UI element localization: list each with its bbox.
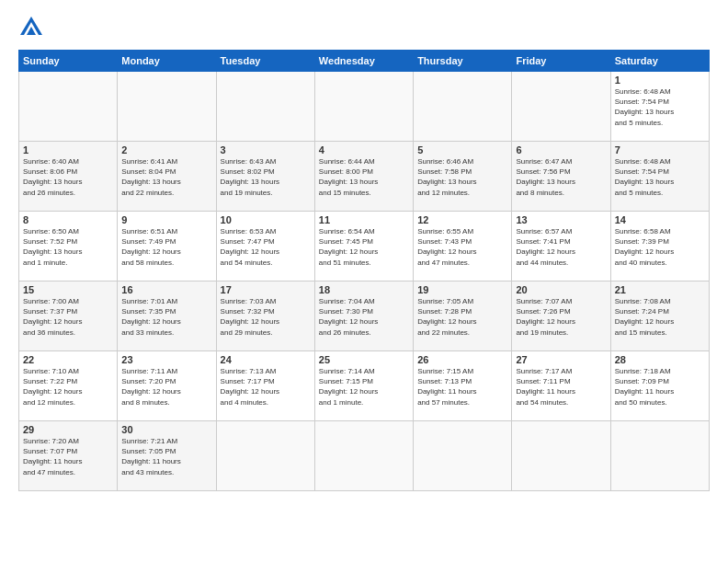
day-info: Sunrise: 7:04 AMSunset: 7:30 PMDaylight:… — [319, 296, 409, 338]
calendar-cell — [216, 421, 314, 491]
header-saturday: Saturday — [610, 51, 709, 72]
calendar-week-1: 1Sunrise: 6:40 AMSunset: 8:06 PMDaylight… — [19, 142, 710, 212]
day-number: 13 — [516, 214, 606, 225]
calendar-table: SundayMondayTuesdayWednesdayThursdayFrid… — [18, 50, 710, 491]
day-number: 24 — [221, 354, 311, 365]
day-number: 5 — [417, 144, 507, 155]
calendar-cell: 1Sunrise: 6:48 AMSunset: 7:54 PMDaylight… — [610, 72, 709, 142]
calendar-cell: 27Sunrise: 7:17 AMSunset: 7:11 PMDayligh… — [512, 351, 610, 421]
calendar-cell: 7Sunrise: 6:48 AMSunset: 7:54 PMDaylight… — [610, 142, 709, 212]
day-number: 12 — [417, 214, 507, 225]
calendar-cell: 2Sunrise: 6:41 AMSunset: 8:04 PMDaylight… — [118, 142, 216, 212]
header — [18, 15, 710, 40]
day-info: Sunrise: 7:07 AMSunset: 7:26 PMDaylight:… — [516, 296, 606, 338]
day-number: 14 — [615, 214, 705, 225]
calendar-cell: 4Sunrise: 6:44 AMSunset: 8:00 PMDaylight… — [314, 142, 413, 212]
header-thursday: Thursday — [414, 51, 512, 72]
day-info: Sunrise: 7:18 AMSunset: 7:09 PMDaylight:… — [615, 366, 705, 408]
calendar-cell: 13Sunrise: 6:57 AMSunset: 7:41 PMDayligh… — [512, 212, 610, 282]
calendar-cell — [610, 421, 709, 491]
day-number: 6 — [516, 144, 606, 155]
day-info: Sunrise: 6:58 AMSunset: 7:39 PMDaylight:… — [615, 226, 705, 268]
day-info: Sunrise: 7:13 AMSunset: 7:17 PMDaylight:… — [221, 366, 311, 408]
day-number: 30 — [121, 424, 211, 435]
calendar-cell: 1Sunrise: 6:40 AMSunset: 8:06 PMDaylight… — [19, 142, 118, 212]
logo-icon — [18, 15, 44, 40]
calendar-cell — [512, 421, 610, 491]
day-info: Sunrise: 7:11 AMSunset: 7:20 PMDaylight:… — [121, 366, 211, 408]
calendar-cell: 30Sunrise: 7:21 AMSunset: 7:05 PMDayligh… — [118, 421, 216, 491]
calendar-cell: 21Sunrise: 7:08 AMSunset: 7:24 PMDayligh… — [610, 282, 709, 351]
day-number: 15 — [23, 284, 113, 295]
day-info: Sunrise: 6:55 AMSunset: 7:43 PMDaylight:… — [417, 226, 507, 268]
calendar-cell — [314, 72, 413, 142]
day-number: 23 — [121, 354, 211, 365]
header-monday: Monday — [118, 51, 216, 72]
header-wednesday: Wednesday — [314, 51, 413, 72]
calendar-cell: 25Sunrise: 7:14 AMSunset: 7:15 PMDayligh… — [314, 351, 413, 421]
day-number: 2 — [121, 144, 211, 155]
day-number: 25 — [319, 354, 409, 365]
day-number: 9 — [121, 214, 211, 225]
calendar-cell: 15Sunrise: 7:00 AMSunset: 7:37 PMDayligh… — [19, 282, 118, 351]
day-number: 4 — [319, 144, 409, 155]
day-info: Sunrise: 7:20 AMSunset: 7:07 PMDaylight:… — [23, 436, 113, 477]
day-number: 18 — [319, 284, 409, 295]
calendar-header: SundayMondayTuesdayWednesdayThursdayFrid… — [19, 51, 710, 72]
day-number: 29 — [23, 424, 113, 435]
day-info: Sunrise: 6:48 AMSunset: 7:54 PMDaylight:… — [615, 156, 705, 198]
day-number: 10 — [221, 214, 311, 225]
day-info: Sunrise: 6:44 AMSunset: 8:00 PMDaylight:… — [319, 156, 409, 198]
day-number: 1 — [615, 75, 705, 86]
calendar-cell: 14Sunrise: 6:58 AMSunset: 7:39 PMDayligh… — [610, 212, 709, 282]
calendar-cell: 23Sunrise: 7:11 AMSunset: 7:20 PMDayligh… — [118, 351, 216, 421]
day-info: Sunrise: 7:17 AMSunset: 7:11 PMDaylight:… — [516, 366, 606, 408]
day-info: Sunrise: 7:05 AMSunset: 7:28 PMDaylight:… — [417, 296, 507, 338]
day-number: 28 — [615, 354, 705, 365]
day-number: 7 — [615, 144, 705, 155]
calendar-week-5: 29Sunrise: 7:20 AMSunset: 7:07 PMDayligh… — [19, 421, 710, 491]
day-number: 20 — [516, 284, 606, 295]
day-number: 22 — [23, 354, 113, 365]
calendar-cell: 22Sunrise: 7:10 AMSunset: 7:22 PMDayligh… — [19, 351, 118, 421]
calendar-cell: 18Sunrise: 7:04 AMSunset: 7:30 PMDayligh… — [314, 282, 413, 351]
header-sunday: Sunday — [19, 51, 118, 72]
calendar-cell — [414, 421, 512, 491]
calendar-cell: 16Sunrise: 7:01 AMSunset: 7:35 PMDayligh… — [118, 282, 216, 351]
calendar-week-2: 8Sunrise: 6:50 AMSunset: 7:52 PMDaylight… — [19, 212, 710, 282]
calendar-week-3: 15Sunrise: 7:00 AMSunset: 7:37 PMDayligh… — [19, 282, 710, 351]
day-number: 21 — [615, 284, 705, 295]
day-info: Sunrise: 6:50 AMSunset: 7:52 PMDaylight:… — [23, 226, 113, 268]
day-info: Sunrise: 6:43 AMSunset: 8:02 PMDaylight:… — [221, 156, 311, 198]
calendar-body: 1Sunrise: 6:48 AMSunset: 7:54 PMDaylight… — [19, 72, 710, 491]
calendar-cell — [118, 72, 216, 142]
day-info: Sunrise: 6:51 AMSunset: 7:49 PMDaylight:… — [121, 226, 211, 268]
day-info: Sunrise: 6:54 AMSunset: 7:45 PMDaylight:… — [319, 226, 409, 268]
day-info: Sunrise: 7:15 AMSunset: 7:13 PMDaylight:… — [417, 366, 507, 408]
day-info: Sunrise: 7:01 AMSunset: 7:35 PMDaylight:… — [121, 296, 211, 338]
calendar-cell: 9Sunrise: 6:51 AMSunset: 7:49 PMDaylight… — [118, 212, 216, 282]
calendar-cell — [19, 72, 118, 142]
calendar-cell: 29Sunrise: 7:20 AMSunset: 7:07 PMDayligh… — [19, 421, 118, 491]
calendar-cell — [512, 72, 610, 142]
day-info: Sunrise: 6:40 AMSunset: 8:06 PMDaylight:… — [23, 156, 113, 198]
day-info: Sunrise: 6:47 AMSunset: 7:56 PMDaylight:… — [516, 156, 606, 198]
day-number: 3 — [221, 144, 311, 155]
calendar-cell: 8Sunrise: 6:50 AMSunset: 7:52 PMDaylight… — [19, 212, 118, 282]
calendar-week-0: 1Sunrise: 6:48 AMSunset: 7:54 PMDaylight… — [19, 72, 710, 142]
header-tuesday: Tuesday — [216, 51, 314, 72]
calendar-cell: 17Sunrise: 7:03 AMSunset: 7:32 PMDayligh… — [216, 282, 314, 351]
calendar-cell — [414, 72, 512, 142]
day-number: 11 — [319, 214, 409, 225]
calendar-cell: 12Sunrise: 6:55 AMSunset: 7:43 PMDayligh… — [414, 212, 512, 282]
calendar-page: SundayMondayTuesdayWednesdayThursdayFrid… — [0, 0, 728, 563]
day-info: Sunrise: 6:57 AMSunset: 7:41 PMDaylight:… — [516, 226, 606, 268]
day-info: Sunrise: 7:08 AMSunset: 7:24 PMDaylight:… — [615, 296, 705, 338]
day-number: 19 — [417, 284, 507, 295]
day-info: Sunrise: 6:53 AMSunset: 7:47 PMDaylight:… — [221, 226, 311, 268]
day-info: Sunrise: 7:21 AMSunset: 7:05 PMDaylight:… — [121, 436, 211, 477]
logo — [18, 15, 48, 40]
day-info: Sunrise: 7:00 AMSunset: 7:37 PMDaylight:… — [23, 296, 113, 338]
day-info: Sunrise: 7:03 AMSunset: 7:32 PMDaylight:… — [221, 296, 311, 338]
day-number: 27 — [516, 354, 606, 365]
